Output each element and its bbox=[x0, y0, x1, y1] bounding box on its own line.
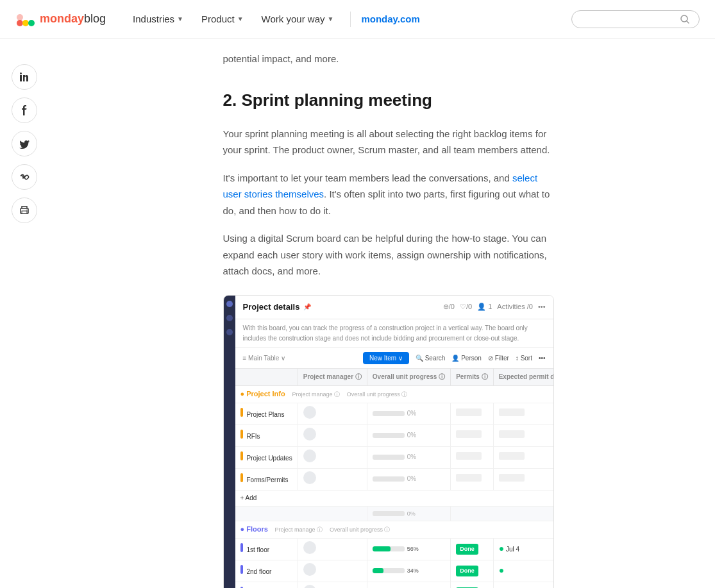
section2-para3: Using a digital Scrum board can be helpf… bbox=[223, 230, 554, 280]
table-row: Forms/Permits 0% bbox=[235, 468, 553, 490]
facebook-button[interactable] bbox=[12, 97, 37, 123]
board-main: Project details 📌 ⊕/0 ♡/0 👤 1 Activities… bbox=[235, 296, 553, 588]
col-permits: Permits ⓘ bbox=[451, 369, 493, 386]
add-row[interactable]: + Add bbox=[235, 490, 553, 506]
more-options-button[interactable]: ••• bbox=[539, 353, 546, 364]
main-content: potential impact, and more. 2. Sprint pl… bbox=[146, 38, 569, 588]
row-permits bbox=[451, 446, 493, 468]
board-actions: ⊕/0 ♡/0 👤 1 Activities /0 ••• bbox=[443, 301, 546, 313]
board-pin-icon: 📌 bbox=[303, 302, 311, 312]
copy-link-button[interactable] bbox=[12, 164, 37, 190]
row-name: 2nd floor bbox=[235, 560, 298, 582]
board-header: Project details 📌 ⊕/0 ♡/0 👤 1 Activities… bbox=[235, 296, 553, 320]
row-progress: 0% bbox=[367, 446, 450, 468]
person-filter-button[interactable]: 👤 Person bbox=[451, 353, 481, 364]
row-name: RFIs bbox=[235, 424, 298, 446]
filter-button[interactable]: ⊘ Filter bbox=[488, 353, 509, 364]
search-toolbar-button[interactable]: 🔍 Search bbox=[416, 353, 445, 364]
linkedin-button[interactable] bbox=[12, 64, 37, 90]
svg-point-2 bbox=[28, 20, 35, 26]
row-permits: Done bbox=[451, 538, 493, 560]
row-ep-date bbox=[493, 446, 553, 468]
board-description: With this board, you can track the progr… bbox=[235, 319, 553, 348]
new-item-button[interactable]: New Item ∨ bbox=[363, 352, 409, 364]
chevron-down-icon: ▼ bbox=[328, 14, 334, 24]
nav-work-your-way[interactable]: Work your way ▼ bbox=[255, 8, 341, 31]
col-name bbox=[235, 369, 298, 386]
chevron-down-icon: ▼ bbox=[237, 14, 244, 24]
row-name: Forms/Permits bbox=[235, 468, 298, 490]
nav-product[interactable]: Product ▼ bbox=[195, 8, 250, 31]
group1-add-row[interactable]: + Add bbox=[235, 490, 553, 506]
search-input[interactable] bbox=[581, 14, 675, 24]
svg-point-0 bbox=[17, 20, 23, 26]
table-row: 3rd floor 17% Done ● Aug 18 bbox=[235, 582, 553, 588]
section2-heading: 2. Sprint planning meeting bbox=[223, 87, 554, 114]
print-button[interactable] bbox=[12, 197, 37, 223]
table-row: Project Updates 0% bbox=[235, 446, 553, 468]
row-pm bbox=[298, 582, 367, 588]
link-icon bbox=[19, 172, 29, 182]
project-table: Project manager ⓘ Overall unit progress … bbox=[235, 369, 553, 588]
print-icon bbox=[19, 205, 29, 215]
svg-point-10 bbox=[26, 210, 28, 211]
logo[interactable]: mondayblog bbox=[15, 9, 106, 29]
svg-point-7 bbox=[20, 72, 22, 74]
twitter-icon bbox=[19, 139, 29, 149]
row-ep-date bbox=[493, 403, 553, 424]
mock-board: Project details 📌 ⊕/0 ♡/0 👤 1 Activities… bbox=[224, 296, 553, 588]
site-header: mondayblog Industries ▼ Product ▼ Work y… bbox=[0, 0, 715, 38]
main-table-tab[interactable]: ≡ Main Table ∨ bbox=[243, 353, 286, 364]
row-name: Project Plans bbox=[235, 403, 298, 424]
intro-snippet: potential impact, and more. bbox=[223, 51, 554, 67]
chevron-down-icon: ▼ bbox=[177, 14, 183, 24]
table-row: 2nd floor 34% Done ● bbox=[235, 560, 553, 582]
row-pm bbox=[298, 468, 367, 490]
board-toolbar: ≡ Main Table ∨ New Item ∨ 🔍 Search 👤 Per… bbox=[235, 348, 553, 369]
row-pm bbox=[298, 403, 367, 424]
col-project-manager: Project manager ⓘ bbox=[298, 369, 367, 386]
row-permits bbox=[451, 468, 493, 490]
col-expected-permit: Expected permit date ⓘ bbox=[493, 369, 553, 386]
page-wrapper: potential impact, and more. 2. Sprint pl… bbox=[0, 38, 715, 588]
facebook-icon bbox=[19, 105, 29, 115]
row-progress: 56% bbox=[367, 538, 450, 560]
row-pm bbox=[298, 446, 367, 468]
row-name: 3rd floor bbox=[235, 582, 298, 588]
twitter-button[interactable] bbox=[12, 131, 37, 156]
row-ep-date bbox=[493, 424, 553, 446]
nav-divider bbox=[350, 12, 351, 27]
svg-rect-9 bbox=[22, 211, 27, 214]
row-name: Project Updates bbox=[235, 446, 298, 468]
col-progress: Overall unit progress ⓘ bbox=[367, 369, 450, 386]
row-ep-date: ● Jul 4 bbox=[493, 538, 553, 560]
svg-point-3 bbox=[17, 14, 23, 21]
nav-industries[interactable]: Industries ▼ bbox=[126, 8, 190, 31]
row-progress: 0% bbox=[367, 403, 450, 424]
row-progress: 0% bbox=[367, 468, 450, 490]
row-ep-date bbox=[493, 468, 553, 490]
row-ep-date: ● Aug 18 bbox=[493, 582, 553, 588]
section2-para1: Your sprint planning meeting is all abou… bbox=[223, 126, 554, 158]
group2-header: ● Floors Project manage ⓘ Overall unit p… bbox=[235, 521, 553, 539]
search-box[interactable] bbox=[571, 10, 700, 28]
table-row: Project Plans 0% bbox=[235, 403, 553, 424]
row-permits: Done bbox=[451, 560, 493, 582]
external-link[interactable]: monday.com bbox=[361, 12, 419, 27]
section2-para2-before: It's important to let your team members … bbox=[223, 172, 512, 183]
row-progress: 0% bbox=[367, 424, 450, 446]
svg-rect-6 bbox=[20, 75, 22, 81]
logo-text: mondayblog bbox=[40, 10, 106, 28]
screenshot-container: Project details 📌 ⊕/0 ♡/0 👤 1 Activities… bbox=[223, 295, 554, 588]
sort-button[interactable]: ↕ Sort bbox=[516, 353, 532, 364]
table-row: RFIs 0% bbox=[235, 424, 553, 446]
row-permits: Done bbox=[451, 582, 493, 588]
section2-para2: It's important to let your team members … bbox=[223, 170, 554, 219]
svg-point-1 bbox=[22, 20, 29, 26]
svg-line-5 bbox=[687, 21, 689, 23]
row-permits bbox=[451, 403, 493, 424]
row-pm bbox=[298, 424, 367, 446]
logo-icon bbox=[15, 9, 36, 29]
table-row: 1st floor 56% Done ● Jul 4 bbox=[235, 538, 553, 560]
group1-header: ● Project Info Project manage ⓘ Overall … bbox=[235, 386, 553, 403]
